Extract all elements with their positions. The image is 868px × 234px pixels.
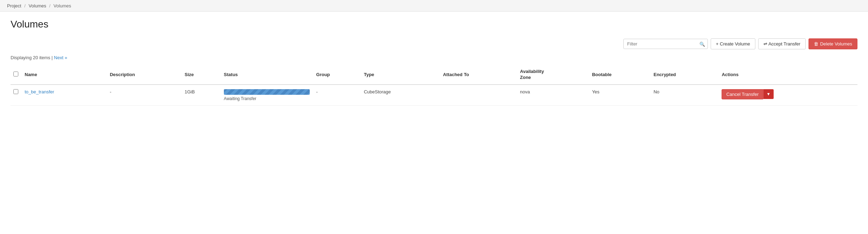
row-group-cell: - — [313, 85, 361, 106]
toolbar: 🔍 + Create Volume ⇌ Accept Transfer 🗑 De… — [11, 38, 857, 49]
row-size-cell: 1GiB — [182, 85, 221, 106]
col-type: Type — [361, 65, 440, 85]
col-attached-to: Attached To — [440, 65, 517, 85]
page-content: Volumes 🔍 + Create Volume ⇌ Accept Trans… — [0, 12, 868, 113]
header-checkbox-cell — [11, 65, 22, 85]
row-encrypted-cell: No — [651, 85, 719, 106]
volume-name-link[interactable]: to_be_transfer — [25, 89, 54, 94]
breadcrumb-bar: Project / Volumes / Volumes — [0, 0, 868, 12]
row-attached-to-cell — [440, 85, 517, 106]
col-group: Group — [313, 65, 361, 85]
breadcrumb-sep-1: / — [24, 3, 26, 8]
cancel-transfer-button[interactable]: Cancel Transfer — [722, 89, 763, 99]
row-bootable-cell: Yes — [589, 85, 651, 106]
table-body: to_be_transfer - 1GiB Awaiting Transfer … — [11, 85, 857, 106]
breadcrumb-sep-2: / — [49, 3, 51, 8]
accept-transfer-button[interactable]: ⇌ Accept Transfer — [758, 38, 806, 49]
col-bootable: Bootable — [589, 65, 651, 85]
filter-input-wrap: 🔍 — [623, 39, 708, 49]
row-status-cell: Awaiting Transfer — [221, 85, 313, 106]
create-volume-button[interactable]: + Create Volume — [711, 38, 755, 49]
row-availability-zone-cell: nova — [517, 85, 589, 106]
row-description-cell: - — [107, 85, 182, 106]
breadcrumb-volumes-parent[interactable]: Volumes — [29, 3, 46, 8]
col-size: Size — [182, 65, 221, 85]
col-description: Description — [107, 65, 182, 85]
action-dropdown-button[interactable]: ▼ — [763, 89, 774, 99]
breadcrumb-project[interactable]: Project — [7, 3, 21, 8]
volumes-table: Name Description Size Status Group Type … — [11, 65, 857, 106]
select-all-checkbox[interactable] — [13, 72, 18, 76]
row-name-cell: to_be_transfer — [22, 85, 107, 106]
status-label: Awaiting Transfer — [224, 96, 310, 101]
page-title: Volumes — [11, 19, 857, 30]
next-link[interactable]: Next » — [54, 55, 67, 60]
breadcrumb-volumes-current: Volumes — [54, 3, 71, 8]
row-type-cell: CubeStorage — [361, 85, 440, 106]
displaying-text: Displaying 20 items | — [11, 55, 53, 60]
col-name: Name — [22, 65, 107, 85]
table-row: to_be_transfer - 1GiB Awaiting Transfer … — [11, 85, 857, 106]
trash-icon: 🗑 — [814, 41, 818, 47]
filter-input[interactable] — [623, 39, 708, 49]
row-actions-cell: Cancel Transfer ▼ — [719, 85, 857, 106]
col-actions: Actions — [719, 65, 857, 85]
breadcrumb: Project / Volumes / Volumes — [7, 3, 71, 8]
row-checkbox-cell — [11, 85, 22, 106]
status-bar-wrap — [224, 89, 310, 95]
row-checkbox[interactable] — [13, 89, 18, 94]
table-header: Name Description Size Status Group Type … — [11, 65, 857, 85]
col-encrypted: Encrypted — [651, 65, 719, 85]
status-progress-bar — [224, 89, 310, 95]
delete-volumes-label: Delete Volumes — [820, 41, 852, 47]
delete-volumes-button[interactable]: 🗑 Delete Volumes — [809, 38, 857, 49]
displaying-info: Displaying 20 items | Next » — [11, 55, 857, 60]
col-status: Status — [221, 65, 313, 85]
action-cell: Cancel Transfer ▼ — [722, 89, 854, 99]
col-availability-zone: AvailabilityZone — [517, 65, 589, 85]
